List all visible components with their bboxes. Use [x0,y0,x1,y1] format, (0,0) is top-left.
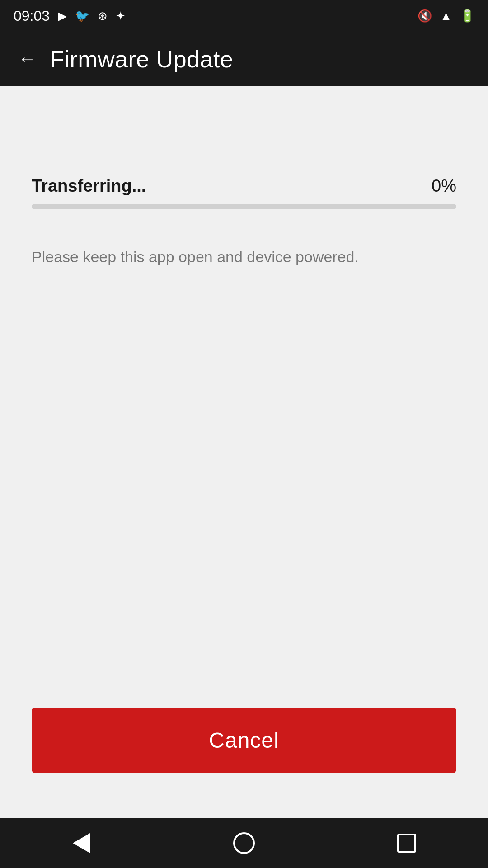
transfer-percent: 0% [432,176,456,196]
assistant-icon: ✦ [116,9,126,23]
nav-back-button[interactable] [63,825,99,861]
nav-recent-button[interactable] [389,825,425,861]
recent-square-icon [397,834,416,853]
wifi-icon: ▲ [440,9,452,23]
at-icon: ⊛ [98,9,108,23]
status-bar: 09:03 ▶ 🐦 ⊛ ✦ 🔇 ▲ 🔋 [0,0,488,32]
back-arrow-icon: ← [18,49,36,69]
cancel-button[interactable]: Cancel [32,708,456,773]
twitter-icon: 🐦 [75,9,89,23]
status-left: 09:03 ▶ 🐦 ⊛ ✦ [14,8,126,24]
back-triangle-icon [73,833,90,853]
nav-bar [0,818,488,868]
app-bar: ← Firmware Update [0,32,488,86]
home-circle-icon [233,832,255,854]
transfer-section: Transferring... 0% [32,176,456,209]
mute-icon: 🔇 [418,9,432,23]
back-button[interactable]: ← [14,44,41,74]
cancel-button-container: Cancel [32,708,456,800]
battery-icon: 🔋 [460,9,474,23]
page-title: Firmware Update [50,46,233,73]
spacer [32,269,456,708]
transfer-label: Transferring... [32,176,146,196]
status-right: 🔇 ▲ 🔋 [418,9,474,23]
play-icon: ▶ [58,9,67,23]
info-text: Please keep this app open and device pow… [32,245,456,269]
status-time: 09:03 [14,8,50,24]
main-content: Transferring... 0% Please keep this app … [0,86,488,818]
progress-bar-container [32,204,456,209]
transfer-header: Transferring... 0% [32,176,456,196]
nav-home-button[interactable] [226,825,262,861]
